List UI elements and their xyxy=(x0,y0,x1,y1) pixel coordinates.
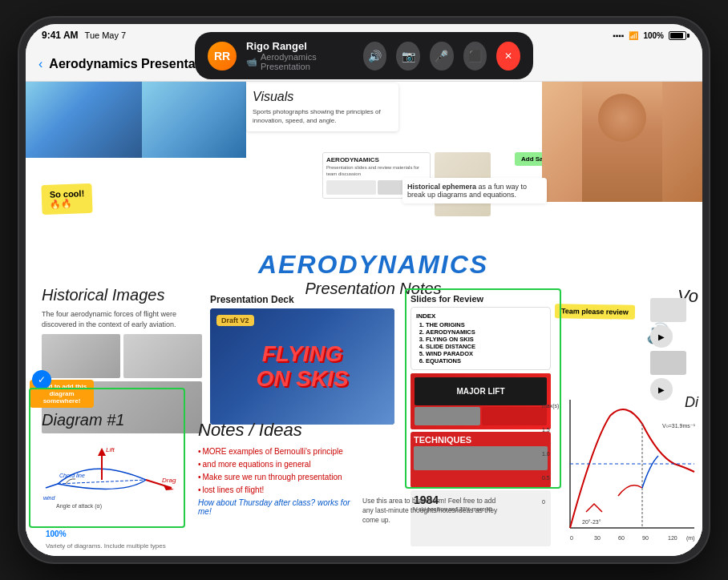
deck-cover-text: FLYING ON SKIS xyxy=(256,342,348,392)
svg-text:wind: wind xyxy=(43,495,56,501)
battery-icon xyxy=(669,31,686,40)
index-label: INDEX xyxy=(416,312,545,320)
video-button[interactable]: 📷 xyxy=(396,42,420,70)
index-box: INDEX THE ORIGINS AERODYNAMICS FLYING ON… xyxy=(411,307,551,370)
page-title: Aerodynamics Presentation xyxy=(49,57,219,71)
caller-info: Rigo Rangel 📹 Aerodynamics Presentation xyxy=(246,40,347,71)
hist-img-1 xyxy=(42,334,120,378)
historical-description: The four aerodynamic forces of flight we… xyxy=(42,309,202,329)
sidebar-card-2 xyxy=(650,351,686,375)
hist-img-2 xyxy=(123,334,202,378)
svg-text:1.0: 1.0 xyxy=(542,451,550,457)
visuals-text: Sports photographs showing the principle… xyxy=(253,107,392,125)
note-3: Make sure we run through presentation xyxy=(198,473,358,481)
visuals-card: Visuals Sports photographs showing the p… xyxy=(246,83,398,131)
so-cool-text: So cool! xyxy=(50,188,85,199)
svg-text:(m): (m) xyxy=(686,535,695,542)
facetime-icon: 📹 xyxy=(246,57,257,67)
brainstorm-area: Use this area to brainstorm! Feel free t… xyxy=(362,497,507,532)
ski-jump-image xyxy=(26,82,142,158)
svg-text:120: 120 xyxy=(668,535,677,541)
mute-button[interactable]: 🎤 xyxy=(430,42,454,70)
index-item-5: WIND PARADOX xyxy=(426,350,545,357)
deck-cover: Draft V2 FLYING ON SKIS xyxy=(210,308,394,425)
diagram-title: Diagram #1 xyxy=(42,411,186,429)
fire-emoji: 🔥🔥 xyxy=(50,198,85,210)
status-date: Tue May 7 xyxy=(85,30,127,40)
video-call-area xyxy=(542,82,702,202)
note-2-text: and more equations in general xyxy=(203,460,311,469)
note-2: and more equations in general xyxy=(198,460,358,469)
svg-text:Angle of attack (α): Angle of attack (α) xyxy=(56,503,102,510)
historical-title: Historical Images xyxy=(42,286,202,304)
svg-text:0.5: 0.5 xyxy=(542,475,550,481)
index-item-4: SLIDE DISTANCE xyxy=(426,343,545,350)
right-sidebar: ▶ ▶ xyxy=(650,298,690,401)
canvas-area: Visuals Sports photographs showing the p… xyxy=(26,82,702,556)
speaker-button[interactable]: 🔊 xyxy=(363,42,387,70)
svg-line-0 xyxy=(58,480,146,484)
share-button[interactable]: ⬛ xyxy=(463,42,487,70)
ephemera-card: Historical ephemera as a fun way to brea… xyxy=(402,178,547,203)
presentation-deck: Presentation Deck Draft V2 FLYING ON SKI… xyxy=(210,294,394,425)
call-overlay: RR Rigo Rangel 📹 Aerodynamics Presentati… xyxy=(195,32,533,79)
zoom-label: 100% xyxy=(46,530,67,538)
index-list: THE ORIGINS AERODYNAMICS FLYING ON SKIS … xyxy=(416,321,545,365)
wifi-icon: 📶 xyxy=(629,31,638,40)
note-4: lost lines of flight! xyxy=(198,485,358,494)
end-call-button[interactable]: ✕ xyxy=(496,42,520,70)
techniques-text: TECHNIQUES xyxy=(414,435,548,445)
sidebar-card-1 xyxy=(650,298,686,322)
visuals-title: Visuals xyxy=(253,90,392,104)
notes-section: Notes / Ideas MORE examples of Bernoulli… xyxy=(198,420,358,516)
slide-techniques: TECHNIQUES xyxy=(411,432,551,488)
caller-context: 📹 Aerodynamics Presentation xyxy=(246,52,347,71)
caller-avatar: RR xyxy=(208,42,237,70)
caller-name: Rigo Rangel xyxy=(246,40,347,52)
svg-text:30: 30 xyxy=(594,535,601,541)
device-frame: 9:41 AM Tue May 7 ▪▪▪▪ 📶 100% ‹ Aerodyna… xyxy=(19,18,709,562)
so-cool-sticky: So cool! 🔥🔥 xyxy=(41,183,93,215)
draft-badge: Draft V2 xyxy=(216,315,254,326)
index-item-2: AERODYNAMICS xyxy=(426,328,545,336)
svg-text:max(s): max(s) xyxy=(542,403,559,409)
svg-text:60: 60 xyxy=(618,535,625,541)
notes-title: Notes / Ideas xyxy=(198,420,358,441)
ephemera-label: Historical ephemera xyxy=(407,183,476,191)
index-item-1: THE ORIGINS xyxy=(426,321,545,328)
svg-text:V₀=31.9ms⁻¹: V₀=31.9ms⁻¹ xyxy=(662,423,696,429)
diagram-section: Diagram #1 Lift Drag xyxy=(42,411,186,524)
index-item-6: EQUATIONS xyxy=(426,357,545,365)
aero-main-title: AERODYNAMICS xyxy=(258,250,488,280)
svg-line-7 xyxy=(46,484,58,488)
battery-label: 100% xyxy=(643,31,664,40)
play-btn-1[interactable]: ▶ xyxy=(650,325,673,348)
brainstorm-text: Use this area to brainstorm! Feel free t… xyxy=(362,497,507,526)
chart-area: max(s) 1.5 1.0 0.5 0 0 30 60 90 120 (m) xyxy=(538,392,698,552)
aerodynamics-chart: max(s) 1.5 1.0 0.5 0 0 30 60 90 120 (m) xyxy=(538,392,698,552)
slides-title: Slides for Review xyxy=(411,294,551,304)
back-chevron-icon: ‹ xyxy=(38,57,42,71)
svg-text:20°-23°: 20°-23° xyxy=(582,519,601,525)
note-3-text: Make sure we run through presentation xyxy=(203,473,342,481)
svg-text:0: 0 xyxy=(542,499,545,505)
svg-text:90: 90 xyxy=(642,535,649,541)
cursive-note: How about Thursday after class? works fo… xyxy=(198,498,358,516)
svg-text:1.5: 1.5 xyxy=(542,427,550,433)
svg-marker-2 xyxy=(98,448,106,456)
note-1: MORE examples of Bernoulli's principle xyxy=(198,447,358,456)
svg-text:Chord line: Chord line xyxy=(59,473,85,478)
airfoil-diagram: Lift Drag wind Angle of attack (α) Chord… xyxy=(42,436,186,524)
back-button[interactable]: ‹ xyxy=(38,57,42,71)
check-badge: ✓ xyxy=(32,370,51,389)
note-1-text: MORE examples of Bernoulli's principle xyxy=(203,447,343,456)
team-note: Team please review xyxy=(555,304,635,320)
svg-text:Drag: Drag xyxy=(162,477,176,484)
avatar-initials: RR xyxy=(214,50,230,62)
status-time: 9:41 AM xyxy=(42,30,79,41)
major-lift-text: MAJOR LIFT xyxy=(457,387,505,396)
top-middle-image xyxy=(142,82,246,158)
screen: 9:41 AM Tue May 7 ▪▪▪▪ 📶 100% ‹ Aerodyna… xyxy=(26,24,702,556)
big-title: AERODYNAMICS Presentation Notes xyxy=(258,250,488,298)
svg-text:0: 0 xyxy=(570,535,573,541)
